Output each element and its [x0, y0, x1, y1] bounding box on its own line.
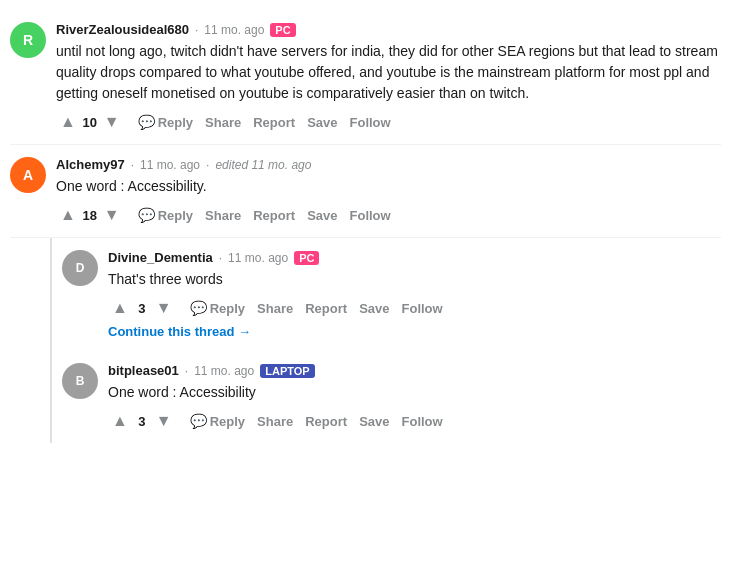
vote-count: 3 [134, 414, 150, 429]
reply-button[interactable]: 💬Reply [186, 298, 249, 318]
flair-badge: LAPTOP [260, 364, 314, 378]
comment-body: RiverZealousideal680 · 11 mo. ago PC unt… [56, 22, 721, 132]
reply-icon: 💬 [190, 300, 207, 316]
follow-button[interactable]: Follow [398, 299, 447, 318]
vote-section: ▲ 10 ▼ [56, 112, 124, 132]
comment-actions: ▲ 18 ▼ 💬ReplyShareReportSaveFollow [56, 205, 721, 225]
reply-button[interactable]: 💬Reply [134, 112, 197, 132]
comment-thread: R RiverZealousideal680 · 11 mo. ago PC u… [0, 10, 731, 443]
save-button[interactable]: Save [355, 299, 393, 318]
vote-count: 10 [82, 115, 98, 130]
follow-button[interactable]: Follow [346, 206, 395, 225]
vote-section: ▲ 3 ▼ [108, 298, 176, 318]
avatar: A [10, 157, 46, 193]
report-button[interactable]: Report [249, 206, 299, 225]
vote-count: 3 [134, 301, 150, 316]
continue-thread-link[interactable]: Continue this thread → [108, 324, 251, 339]
comment-item-2: A Alchemy97 · 11 mo. ago ·edited 11 mo. … [10, 145, 721, 238]
reply-button[interactable]: 💬Reply [134, 205, 197, 225]
vote-section: ▲ 3 ▼ [108, 411, 176, 431]
comment-item-1: R RiverZealousideal680 · 11 mo. ago PC u… [10, 10, 721, 145]
share-button[interactable]: Share [201, 113, 245, 132]
downvote-button[interactable]: ▼ [152, 298, 176, 318]
timestamp: 11 mo. ago [140, 158, 200, 172]
timestamp: 11 mo. ago [194, 364, 254, 378]
edited-label: edited 11 mo. ago [215, 158, 311, 172]
avatar: R [10, 22, 46, 58]
vote-count: 18 [82, 208, 98, 223]
comment-body: Divine_Dementia · 11 mo. ago PC That's t… [108, 250, 721, 339]
share-button[interactable]: Share [201, 206, 245, 225]
upvote-button[interactable]: ▲ [108, 411, 132, 431]
avatar: B [62, 363, 98, 399]
comment-body: bitplease01 · 11 mo. ago LAPTOP One word… [108, 363, 721, 431]
comment-header: bitplease01 · 11 mo. ago LAPTOP [108, 363, 721, 378]
comment-item-3: D Divine_Dementia · 11 mo. ago PC That's… [50, 238, 721, 351]
comment-actions: ▲ 3 ▼ 💬ReplyShareReportSaveFollow [108, 411, 721, 431]
comment-header: Alchemy97 · 11 mo. ago ·edited 11 mo. ag… [56, 157, 721, 172]
save-button[interactable]: Save [303, 113, 341, 132]
comment-header: Divine_Dementia · 11 mo. ago PC [108, 250, 721, 265]
share-button[interactable]: Share [253, 412, 297, 431]
vote-section: ▲ 18 ▼ [56, 205, 124, 225]
upvote-button[interactable]: ▲ [56, 205, 80, 225]
share-button[interactable]: Share [253, 299, 297, 318]
avatar: D [62, 250, 98, 286]
username: bitplease01 [108, 363, 179, 378]
flair-badge: PC [294, 251, 319, 265]
comment-text: That's three words [108, 269, 721, 290]
report-button[interactable]: Report [301, 299, 351, 318]
upvote-button[interactable]: ▲ [56, 112, 80, 132]
reply-icon: 💬 [138, 114, 155, 130]
username: Alchemy97 [56, 157, 125, 172]
reply-icon: 💬 [190, 413, 207, 429]
timestamp: 11 mo. ago [204, 23, 264, 37]
follow-button[interactable]: Follow [398, 412, 447, 431]
upvote-button[interactable]: ▲ [108, 298, 132, 318]
downvote-button[interactable]: ▼ [152, 411, 176, 431]
comment-actions: ▲ 10 ▼ 💬ReplyShareReportSaveFollow [56, 112, 721, 132]
downvote-button[interactable]: ▼ [100, 112, 124, 132]
flair-badge: PC [270, 23, 295, 37]
save-button[interactable]: Save [303, 206, 341, 225]
comment-text: One word : Accessibility [108, 382, 721, 403]
save-button[interactable]: Save [355, 412, 393, 431]
report-button[interactable]: Report [301, 412, 351, 431]
comment-item-4: B bitplease01 · 11 mo. ago LAPTOP One wo… [50, 351, 721, 443]
comment-body: Alchemy97 · 11 mo. ago ·edited 11 mo. ag… [56, 157, 721, 225]
username: RiverZealousideal680 [56, 22, 189, 37]
report-button[interactable]: Report [249, 113, 299, 132]
username: Divine_Dementia [108, 250, 213, 265]
comment-text: until not long ago, twitch didn't have s… [56, 41, 721, 104]
follow-button[interactable]: Follow [346, 113, 395, 132]
comment-text: One word : Accessibility. [56, 176, 721, 197]
timestamp: 11 mo. ago [228, 251, 288, 265]
reply-button[interactable]: 💬Reply [186, 411, 249, 431]
downvote-button[interactable]: ▼ [100, 205, 124, 225]
comment-header: RiverZealousideal680 · 11 mo. ago PC [56, 22, 721, 37]
reply-icon: 💬 [138, 207, 155, 223]
comment-actions: ▲ 3 ▼ 💬ReplyShareReportSaveFollow [108, 298, 721, 318]
